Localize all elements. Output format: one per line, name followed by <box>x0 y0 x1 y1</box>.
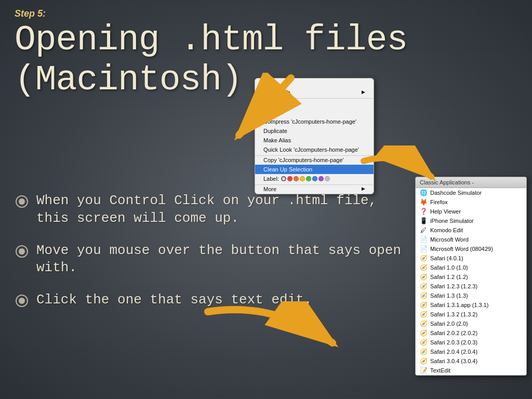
app-safari203: 🧭 Safari 2.0.3 (2.0.3) <box>416 338 526 347</box>
app-safari131: 🧭 Safari 1.3.1.app (1.3.1) <box>416 300 526 310</box>
app-safari204: 🧭 Safari 2.0.4 (2.0.4) <box>416 347 526 356</box>
app-dashcode-label: Dashcode Simulator <box>430 190 482 196</box>
app-safari203-label: Safari 2.0.3 (2.0.3) <box>430 339 477 345</box>
safari10-icon: 🧭 <box>420 264 427 271</box>
app-komodo-label: Komodo Edit <box>430 227 463 233</box>
safari304-icon: 🧭 <box>420 357 427 365</box>
color-dot-blue <box>312 176 317 181</box>
help-viewer-icon: ❓ <box>420 208 427 215</box>
color-dot-green <box>306 176 311 181</box>
app-firefox-label: Firefox <box>430 199 448 205</box>
safari13-icon: 🧭 <box>420 292 427 299</box>
bullet-icon-1 <box>15 194 29 209</box>
menu-quick-look: Quick Look 'cJcomputers-home-page' <box>255 145 374 154</box>
app-komodo: 🖊 Komodo Edit <box>416 225 526 235</box>
bullet-2: Move you mouse over the button that says… <box>15 242 404 277</box>
menu-clean-up: Clean Up Selection <box>255 165 374 174</box>
context-menu-screenshot: Open Open With Move to Trash Get Info Co… <box>255 78 374 194</box>
app-iphone-sim-label: iPhone Simulator <box>430 218 474 224</box>
app-help-viewer: ❓ Help Viewer <box>416 207 526 216</box>
classic-apps-header: Classic Applications - <box>416 177 526 188</box>
bullet-icon-3 <box>15 294 29 308</box>
safari20-icon: 🧭 <box>420 320 427 327</box>
menu-label: Label: <box>255 174 374 183</box>
app-msword-label: Microsoft Word <box>430 236 469 243</box>
svg-point-3 <box>19 198 25 205</box>
safari131-icon: 🧭 <box>420 301 427 309</box>
safari132-icon: 🧭 <box>420 311 427 318</box>
msword-icon: 📄 <box>420 236 427 243</box>
menu-compress: Compress 'cJcomputers-home-page' <box>255 117 374 126</box>
svg-point-7 <box>19 298 25 304</box>
bullet-icon-2 <box>15 244 29 259</box>
app-safari304: 🧭 Safari 3.0.4 (3.0.4) <box>416 356 526 366</box>
color-dot-grey <box>325 176 330 181</box>
firefox-icon: 🦊 <box>420 198 427 206</box>
safari202-icon: 🧭 <box>420 329 427 337</box>
app-safari13-label: Safari 1.3 (1.3) <box>430 292 468 299</box>
app-safari20: 🧭 Safari 2.0 (2.0) <box>416 319 526 328</box>
bullets-section: When you Control Click on your .html fil… <box>15 192 404 324</box>
dashcode-icon: 🌐 <box>420 189 427 196</box>
app-safari12-label: Safari 1.2 (1.2) <box>430 274 468 280</box>
app-msword2: 📄 Microsoft Word (080429) <box>416 244 526 254</box>
app-safari10: 🧭 Safari 1.0 (1.0) <box>416 263 526 272</box>
textedit-icon: 📝 <box>420 367 427 374</box>
app-safari401-label: Safari (4.0.1) <box>430 255 463 261</box>
app-safari304-label: Safari 3.0.4 (3.0.4) <box>430 358 477 364</box>
app-dashcode: 🌐 Dashcode Simulator <box>416 188 526 197</box>
app-safari202: 🧭 Safari 2.0.2 (2.0.2) <box>416 328 526 338</box>
app-textedit: 📝 TextEdit <box>416 366 526 375</box>
safari123-icon: 🧭 <box>420 283 427 290</box>
safari401-icon: 🧭 <box>420 255 427 262</box>
menu-move-trash: Move to Trash <box>255 98 374 108</box>
classic-apps-list: 🌐 Dashcode Simulator 🦊 Firefox ❓ Help Vi… <box>416 188 526 375</box>
step-label: Step 5: <box>15 8 46 19</box>
safari12-icon: 🧭 <box>420 273 427 281</box>
bullet-1: When you Control Click on your .html fil… <box>15 192 404 228</box>
app-safari204-label: Safari 2.0.4 (2.0.4) <box>430 349 477 355</box>
color-dot-red <box>287 176 292 181</box>
app-safari123-label: Safari 1.2.3 (1.2.3) <box>430 283 477 289</box>
classic-apps-panel: Classic Applications - 🌐 Dashcode Simula… <box>415 177 527 376</box>
app-msword: 📄 Microsoft Word <box>416 235 526 244</box>
app-safari20-label: Safari 2.0 (2.0) <box>430 321 468 327</box>
app-safari132-label: Safari 1.3.2 (1.3.2) <box>430 311 477 317</box>
app-safari13: 🧭 Safari 1.3 (1.3) <box>416 291 526 300</box>
safari203-icon: 🧭 <box>420 339 427 346</box>
safari204-icon: 🧭 <box>420 348 427 355</box>
color-dot-orange <box>294 176 299 181</box>
app-safari131-label: Safari 1.3.1.app (1.3.1) <box>430 302 489 308</box>
app-msword2-label: Microsoft Word (080429) <box>430 246 493 252</box>
label-color-dots <box>281 176 330 181</box>
app-safari123: 🧭 Safari 1.2.3 (1.2.3) <box>416 282 526 291</box>
msword2-icon: 📄 <box>420 245 427 252</box>
app-textedit-label: TextEdit <box>430 367 450 374</box>
app-firefox: 🦊 Firefox <box>416 197 526 207</box>
bullet-text-2: Move you mouse over the button that says… <box>36 242 404 277</box>
color-dot-purple <box>318 176 324 181</box>
menu-duplicate: Duplicate <box>255 126 374 136</box>
app-safari132: 🧭 Safari 1.3.2 (1.3.2) <box>416 310 526 319</box>
color-dot-yellow <box>300 176 305 181</box>
bullet-text-3: Click the one that says text edit. <box>36 291 312 309</box>
app-safari10-label: Safari 1.0 (1.0) <box>430 264 468 271</box>
iphone-sim-icon: 📱 <box>420 217 427 224</box>
color-dot-x <box>281 176 286 181</box>
komodo-icon: 🖊 <box>420 227 427 234</box>
menu-open: Open <box>255 78 374 88</box>
app-safari202-label: Safari 2.0.2 (2.0.2) <box>430 330 477 336</box>
app-safari12: 🧭 Safari 1.2 (1.2) <box>416 272 526 282</box>
menu-copy: Copy 'cJcomputers-home-page' <box>255 155 374 165</box>
bullet-text-1: When you Control Click on your .html fil… <box>36 192 404 228</box>
bullet-3: Click the one that says text edit. <box>15 291 404 309</box>
menu-open-with: Open With <box>255 88 374 97</box>
svg-point-5 <box>19 248 25 255</box>
app-help-viewer-label: Help Viewer <box>430 208 461 215</box>
app-iphone-sim: 📱 iPhone Simulator <box>416 216 526 225</box>
menu-get-info: Get Info <box>255 108 374 117</box>
menu-make-alias: Make Alias <box>255 136 374 145</box>
app-safari401: 🧭 Safari (4.0.1) <box>416 254 526 263</box>
